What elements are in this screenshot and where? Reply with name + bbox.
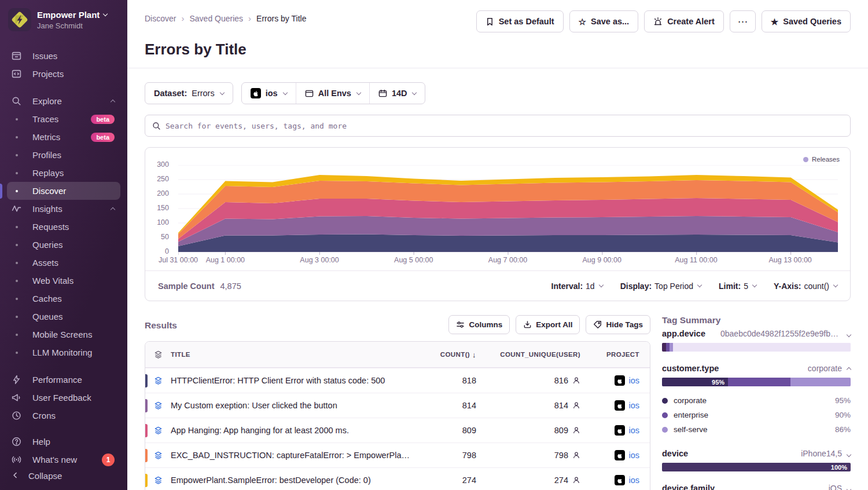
chevron-down-icon (412, 90, 417, 94)
tag-section-header[interactable]: device.family iOS (662, 484, 851, 490)
chevron-down-icon (598, 283, 603, 287)
table-row[interactable]: EXC_BAD_INSTRUCTION: captureFatalError: … (145, 443, 650, 467)
stack-icon[interactable] (145, 451, 171, 460)
tag-distribution-bar (662, 343, 851, 352)
sidebar-item-performance[interactable]: Performance (7, 371, 120, 389)
interval-selector[interactable]: Interval:1d (551, 281, 603, 291)
create-alert-button[interactable]: Create Alert (644, 10, 724, 32)
table-row[interactable]: HTTPClientError: HTTP Client Error with … (145, 368, 650, 393)
apple-icon (615, 425, 625, 436)
ellipsis-icon: ⋯ (738, 16, 748, 28)
column-project[interactable]: PROJECT (589, 351, 650, 358)
sidebar-item-metrics[interactable]: Metrics beta (7, 128, 120, 146)
sidebar-item-web-vitals[interactable]: Web Vitals (7, 272, 120, 290)
project-link[interactable]: ios (628, 401, 639, 410)
sidebar-item-user-feedback[interactable]: User Feedback (7, 389, 120, 407)
chart-legend-releases[interactable]: Releases (803, 156, 840, 163)
breadcrumb-saved-queries[interactable]: Saved Queries (189, 14, 243, 23)
sidebar-nav: Issues Projects Explore Traces beta Metr… (0, 37, 127, 471)
column-count-unique[interactable]: COUNT_UNIQUE(USER) (484, 351, 589, 358)
main: Discover › Saved Queries › Errors by Tit… (127, 0, 868, 490)
chart-area[interactable]: Releases 050100150200250300 Jul 31 00:00… (145, 148, 850, 270)
export-all-button[interactable]: Export All (516, 315, 580, 334)
tag-section-header[interactable]: customer.type corporate (662, 364, 851, 373)
table-row[interactable]: My Custom exeption: User clicked the but… (145, 393, 650, 418)
row-count: 274 (421, 476, 484, 485)
sidebar-item-discover[interactable]: Discover (7, 182, 120, 200)
sidebar-item-requests[interactable]: Requests (7, 218, 120, 236)
time-range-selector[interactable]: 14D (369, 83, 425, 104)
more-options-button[interactable]: ⋯ (730, 10, 756, 32)
columns-button[interactable]: Columns (448, 315, 510, 334)
sidebar-item-profiles[interactable]: Profiles (7, 146, 120, 164)
sidebar-collapse-button[interactable]: Collapse (0, 471, 127, 490)
download-icon (523, 320, 532, 329)
whats-new-badge: 1 (102, 454, 115, 466)
beta-badge: beta (91, 133, 115, 142)
sidebar-item-crons[interactable]: Crons (7, 407, 120, 425)
yaxis-selector[interactable]: Y-Axis:count() (774, 281, 837, 291)
project-link[interactable]: ios (628, 426, 639, 435)
stack-icon[interactable] (145, 476, 171, 485)
project-link[interactable]: ios (628, 451, 639, 460)
row-count-unique: 798 (554, 451, 568, 460)
sidebar-item-projects[interactable]: Projects (7, 65, 120, 83)
stack-icon[interactable] (145, 376, 171, 385)
sidebar-item-insights[interactable]: Insights (7, 200, 120, 218)
chevron-down-icon (356, 90, 361, 94)
limit-selector[interactable]: Limit:5 (719, 281, 756, 291)
sidebar-item-llm-monitoring[interactable]: LLM Monitoring (7, 343, 120, 361)
tag-section-header[interactable]: device iPhone14,5 (662, 449, 851, 458)
user-icon (572, 476, 580, 484)
tag-section-header[interactable]: app.device 0baebc0de4982f1255f2e9e9fb7… (662, 329, 851, 338)
search-input[interactable] (165, 122, 843, 130)
tag-icon (593, 320, 602, 329)
sidebar-item-mobile-screens[interactable]: Mobile Screens (7, 326, 120, 343)
table-row[interactable]: App Hanging: App hanging for at least 20… (145, 418, 650, 443)
row-count-unique: 816 (554, 376, 568, 385)
set-as-default-button[interactable]: Set as Default (476, 10, 564, 32)
sidebar-item-whats-new[interactable]: What's new 1 (7, 451, 120, 469)
sidebar-item-assets[interactable]: Assets (7, 254, 120, 272)
apple-icon (251, 88, 261, 98)
table-row[interactable]: EmpowerPlant.SampleError: bestDeveloper … (145, 467, 650, 490)
tag-value-item[interactable]: corporate 95% (662, 393, 851, 408)
environment-selector[interactable]: All Envs (296, 83, 369, 104)
sidebar-item-caches[interactable]: Caches (7, 290, 120, 308)
header-actions: Set as Default ☆ Save as... Create Alert… (476, 10, 851, 32)
page-title: Errors by Title (145, 41, 851, 58)
sort-desc-icon: ↓ (472, 350, 476, 359)
series-color-chip (145, 449, 148, 462)
column-count[interactable]: COUNT()↓ (421, 350, 484, 359)
sidebar-item-explore[interactable]: Explore (7, 92, 120, 110)
sidebar-item-queries[interactable]: Queries (7, 236, 120, 254)
tag-value-item[interactable]: enterprise 90% (662, 408, 851, 422)
sidebar-item-help[interactable]: Help (7, 433, 120, 451)
stack-icon[interactable] (145, 401, 171, 410)
user-icon (572, 401, 580, 409)
project-link[interactable]: ios (628, 476, 639, 485)
save-as-button[interactable]: ☆ Save as... (569, 10, 639, 32)
org-switcher[interactable]: Empower Plant Jane Schmidt (0, 0, 127, 37)
stack-icon[interactable] (145, 426, 171, 435)
dataset-selector[interactable]: Dataset: Errors (145, 82, 233, 104)
breadcrumb-discover[interactable]: Discover (145, 14, 176, 23)
row-count: 809 (421, 426, 484, 435)
sidebar-item-issues[interactable]: Issues (7, 47, 120, 65)
sidebar-item-traces[interactable]: Traces beta (7, 110, 120, 128)
column-title[interactable]: TITLE (171, 351, 421, 358)
sidebar-item-queues[interactable]: Queues (7, 308, 120, 326)
project-selector[interactable]: ios (242, 83, 296, 104)
series-color-chip (145, 374, 148, 387)
row-count-unique: 814 (554, 401, 568, 410)
sidebar-item-replays[interactable]: Replays (7, 164, 120, 182)
breadcrumb-current: Errors by Title (256, 14, 306, 23)
hide-tags-button[interactable]: Hide Tags (586, 315, 650, 334)
breadcrumb: Discover › Saved Queries › Errors by Tit… (145, 10, 306, 23)
value-dot (662, 398, 668, 404)
tag-value-item[interactable]: self-serve 86% (662, 422, 851, 437)
user-icon (572, 376, 580, 385)
project-link[interactable]: ios (628, 376, 639, 385)
saved-queries-button[interactable]: ★ Saved Queries (762, 10, 851, 32)
display-selector[interactable]: Display:Top Period (620, 281, 701, 291)
